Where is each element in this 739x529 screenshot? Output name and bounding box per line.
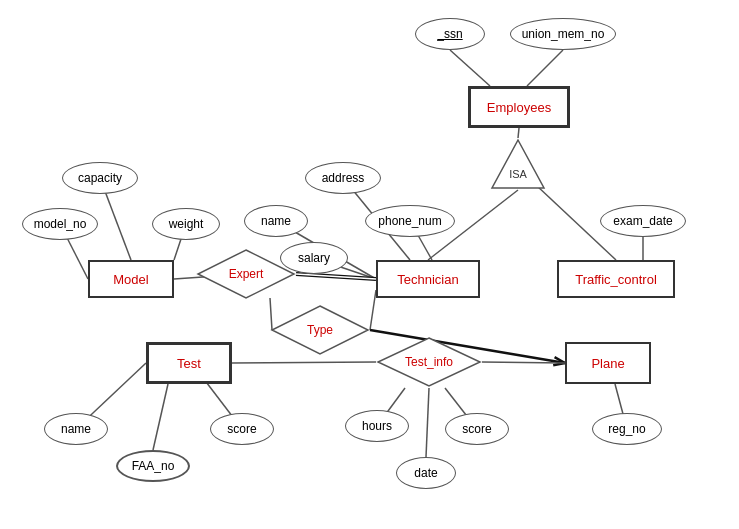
svg-marker-6: [492, 140, 544, 188]
phone-num-ellipse: phone_num: [365, 205, 455, 237]
ssn-ellipse: _ssn: [415, 18, 485, 50]
name-tech-ellipse: name: [244, 205, 308, 237]
test-entity: Test: [146, 342, 232, 384]
employees-entity: Employees: [468, 86, 570, 128]
union-mem-no-ellipse: union_mem_no: [510, 18, 616, 50]
plane-entity: Plane: [565, 342, 651, 384]
type-diamond: Type: [270, 304, 370, 356]
score-test-ellipse: score: [210, 413, 274, 445]
capacity-ellipse: capacity: [62, 162, 138, 194]
weight-ellipse: weight: [152, 208, 220, 240]
name-test-ellipse: name: [44, 413, 108, 445]
svg-text:Test_info: Test_info: [405, 355, 453, 369]
svg-text:Expert: Expert: [229, 267, 264, 281]
score-ti-ellipse: score: [445, 413, 509, 445]
svg-text:Type: Type: [307, 323, 333, 337]
exam-date-ellipse: exam_date: [600, 205, 686, 237]
model-entity: Model: [88, 260, 174, 298]
hours-ellipse: hours: [345, 410, 409, 442]
svg-text:ISA: ISA: [509, 168, 527, 180]
isa-triangle: ISA: [490, 138, 546, 190]
er-diagram: _ssn union_mem_no capacity model_no weig…: [0, 0, 739, 529]
technician-entity: Technician: [376, 260, 480, 298]
address-ellipse: address: [305, 162, 381, 194]
faa-no-ellipse: FAA_no: [116, 450, 190, 482]
date-ti-ellipse: date: [396, 457, 456, 489]
expert-diamond: Expert: [196, 248, 296, 300]
test-info-diamond: Test_info: [376, 336, 482, 388]
reg-no-ellipse: reg_no: [592, 413, 662, 445]
traffic-control-entity: Traffic_control: [557, 260, 675, 298]
model-no-ellipse: model_no: [22, 208, 98, 240]
